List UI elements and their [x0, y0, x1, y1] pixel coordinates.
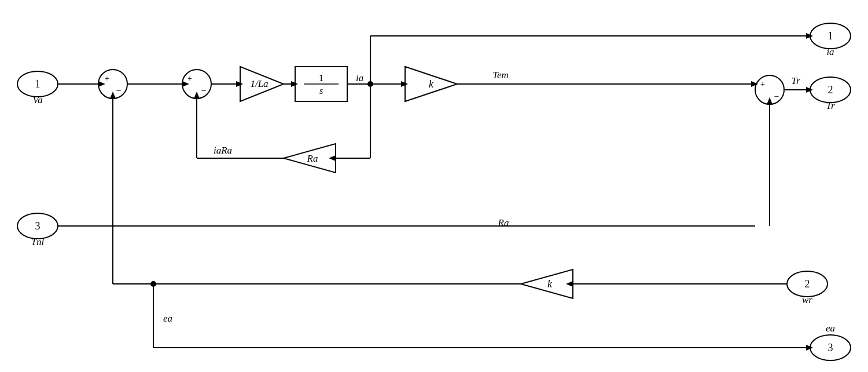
- output-1-label: ia: [826, 46, 834, 57]
- block-k2-label: k: [547, 278, 553, 290]
- signal-ea-label: ea: [163, 313, 172, 324]
- input-3-number: 3: [35, 220, 41, 232]
- signal-Tr-label: Tr: [791, 75, 800, 86]
- signal-Tem-label: Tem: [492, 70, 509, 81]
- block-integrator-numerator: 1: [319, 73, 323, 83]
- sum1-plus: +: [105, 74, 109, 83]
- input-3-label: Tnl: [31, 236, 45, 247]
- input-2-label: wr: [802, 294, 812, 305]
- block-diagram: 1 Va 3 Tnl 2 wr 1 ia 2 Tr 3 ea + _ + _ +…: [0, 0, 868, 372]
- sum3-minus: _: [774, 89, 779, 97]
- output-2-label: Tr: [826, 100, 835, 111]
- sum1-minus: _: [116, 83, 122, 92]
- svg-rect-0: [0, 0, 868, 372]
- signal-Ra-label-2: Ra: [498, 217, 509, 228]
- sum2-plus: +: [187, 74, 192, 83]
- input-1-label: Va: [33, 94, 43, 105]
- block-Ra-label: Ra: [307, 153, 318, 164]
- sum2-minus: _: [201, 83, 207, 92]
- output-2-number: 2: [828, 84, 833, 96]
- block-1La-label: 1/La: [250, 78, 268, 89]
- input-2-number: 2: [805, 278, 810, 290]
- block-k1-label: k: [429, 78, 434, 90]
- output-3-number: 3: [828, 342, 833, 353]
- signal-ia-label: ia: [356, 72, 363, 83]
- block-integrator-denominator: s: [319, 86, 323, 96]
- output-3-label: ea: [826, 323, 835, 334]
- signal-iaRa-label: iaRa: [214, 145, 232, 156]
- input-1-number: 1: [35, 78, 41, 90]
- sum3-plus: +: [760, 80, 765, 89]
- output-1-number: 1: [828, 30, 833, 42]
